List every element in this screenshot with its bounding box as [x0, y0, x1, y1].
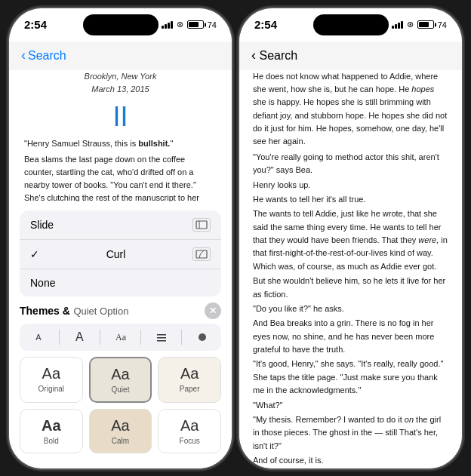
- right-dynamic-island: [313, 14, 389, 35]
- book-header: Brooklyn, New York March 13, 2015: [24, 70, 217, 96]
- right-back-label: Search: [259, 49, 297, 62]
- theme-original-label: Original: [38, 385, 64, 393]
- none-label: None: [30, 277, 55, 289]
- theme-bold-label: Bold: [44, 437, 59, 445]
- font-large-a[interactable]: A: [68, 328, 91, 346]
- right-back-chevron: ‹: [251, 48, 256, 63]
- check-icon: ✓: [30, 248, 39, 260]
- svg-rect-4: [157, 334, 166, 336]
- dynamic-island: [83, 14, 159, 35]
- right-paragraph-12: And of course, it is.: [253, 454, 448, 467]
- font-style-icon[interactable]: Aa: [109, 328, 132, 346]
- theme-toggle-icon[interactable]: [191, 328, 214, 346]
- theme-paper-label: Paper: [180, 385, 200, 393]
- left-time: 2:54: [24, 18, 47, 31]
- right-paragraph-2: "You're really going to method actor thi…: [253, 151, 448, 177]
- right-paragraph-8: And Bea breaks into a grin. There is no …: [253, 317, 448, 356]
- svg-text:Aa: Aa: [115, 332, 127, 342]
- themes-title: Themes &: [20, 305, 70, 317]
- theme-focus-label: Focus: [180, 437, 200, 445]
- right-paragraph-11: "My thesis. Remember? I wanted to do it …: [253, 413, 448, 453]
- overlay-panel: Slide ✓ Curl None: [9, 201, 232, 468]
- book-paragraph-1: "Henry Samuel Strauss, this is bullshit.…: [24, 137, 217, 150]
- theme-quiet-aa: Aa: [111, 366, 129, 383]
- right-paragraph-7: "Do you like it?" he asks.: [253, 302, 448, 315]
- theme-focus[interactable]: Aa Focus: [158, 409, 221, 453]
- right-battery-icon: [417, 20, 434, 29]
- theme-calm-label: Calm: [112, 437, 129, 445]
- back-button[interactable]: ‹ Search: [21, 48, 66, 63]
- svg-rect-6: [157, 340, 166, 342]
- theme-calm-aa: Aa: [111, 417, 129, 435]
- book-location-line2: March 13, 2015: [24, 83, 217, 96]
- right-time: 2:54: [254, 18, 277, 31]
- theme-quiet-label: Quiet: [112, 385, 130, 394]
- left-book-content: Brooklyn, New York March 13, 2015 II "He…: [9, 70, 232, 206]
- slide-icon: [192, 218, 211, 232]
- right-paragraph-10: "What?": [253, 399, 448, 412]
- curl-label: Curl: [106, 248, 126, 260]
- close-button[interactable]: ✕: [205, 302, 221, 319]
- back-chevron-icon: ‹: [21, 48, 26, 63]
- right-paragraph-4: He wants to tell her it's all true.: [253, 193, 448, 206]
- theme-bold[interactable]: Aa Bold: [20, 409, 83, 453]
- right-wifi-icon: ⊛: [407, 20, 414, 29]
- left-phone: 2:54 ⊛ 74 ‹: [9, 8, 232, 468]
- divider-2: [100, 330, 100, 345]
- right-nav-bar: ‹ Search: [239, 41, 462, 70]
- svg-rect-5: [157, 337, 166, 339]
- theme-bold-aa: Aa: [42, 417, 61, 435]
- left-nav-bar: ‹ Search: [9, 41, 232, 70]
- right-paragraph-9: "It's good, Henry," she says. "It's real…: [253, 358, 448, 397]
- right-paragraph-6: But she wouldn't believe him, so he lets…: [253, 275, 448, 301]
- battery-icon: [187, 20, 204, 29]
- themes-section-label: Themes & Quiet Option: [20, 304, 128, 318]
- back-label: Search: [28, 49, 66, 63]
- left-status-icons: ⊛ 74: [162, 20, 217, 29]
- right-signal-icon: [392, 21, 403, 29]
- divider-4: [181, 330, 182, 345]
- curl-icon: [192, 247, 211, 261]
- svg-rect-0: [196, 221, 207, 229]
- theme-paper[interactable]: Aa Paper: [158, 357, 221, 403]
- themes-grid: Aa Original Aa Quiet Aa Paper Aa Bold: [20, 357, 221, 453]
- right-back-button[interactable]: ‹ Search: [251, 48, 297, 63]
- theme-paper-aa: Aa: [180, 365, 199, 382]
- font-spacing-icon[interactable]: [150, 328, 173, 346]
- right-book-content: He does not know what happened to Addie,…: [239, 70, 462, 468]
- right-paragraph-1: He does not know what happened to Addie,…: [253, 70, 448, 149]
- theme-focus-aa: Aa: [180, 417, 199, 435]
- none-option[interactable]: None: [20, 269, 221, 296]
- font-controls: A A Aa: [20, 324, 221, 351]
- theme-original-aa: Aa: [42, 365, 60, 382]
- quiet-option-label: Quiet Option: [73, 306, 128, 317]
- slide-option[interactable]: Slide: [20, 210, 221, 240]
- wifi-icon: ⊛: [177, 20, 183, 29]
- slide-label: Slide: [30, 219, 54, 231]
- right-status-icons: ⊛ 74: [392, 20, 447, 29]
- svg-point-7: [199, 333, 206, 341]
- chapter-number: II: [24, 102, 217, 132]
- signal-icon: [162, 21, 173, 29]
- font-small-a[interactable]: A: [27, 328, 50, 346]
- book-location-line1: Brooklyn, New York: [24, 70, 217, 83]
- transition-options: Slide ✓ Curl None: [20, 210, 221, 296]
- theme-quiet[interactable]: Aa Quiet: [89, 357, 152, 403]
- svg-rect-2: [196, 250, 207, 258]
- book-paragraph-2: Bea slams the last page down on the coff…: [24, 153, 217, 205]
- battery-level: 74: [208, 20, 217, 29]
- theme-calm[interactable]: Aa Calm: [89, 409, 152, 453]
- right-paragraph-5: The wants to tell Addie, just like he wr…: [253, 207, 448, 273]
- phones-container: 2:54 ⊛ 74 ‹: [0, 0, 471, 476]
- divider-1: [59, 330, 60, 345]
- right-paragraph-3: Henry looks up.: [253, 179, 448, 192]
- right-phone: 2:54 ⊛ 74 ‹: [239, 8, 462, 468]
- curl-option[interactable]: ✓ Curl: [20, 240, 221, 269]
- divider-3: [140, 330, 141, 345]
- right-battery-level: 74: [438, 20, 447, 29]
- themes-header: Themes & Quiet Option ✕: [20, 302, 221, 319]
- theme-original[interactable]: Aa Original: [20, 357, 83, 403]
